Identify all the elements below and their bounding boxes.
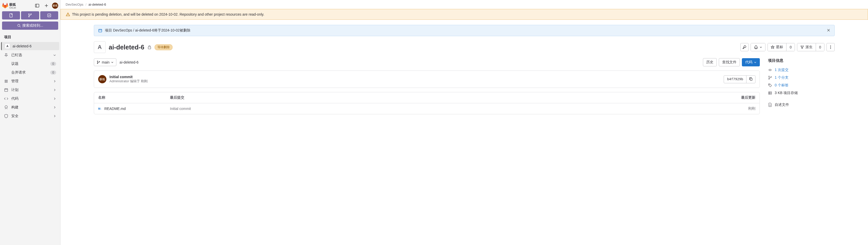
panel-icon bbox=[35, 4, 39, 8]
svg-point-31 bbox=[830, 48, 831, 49]
panel-toggle-button[interactable] bbox=[34, 2, 41, 9]
svg-rect-4 bbox=[10, 13, 12, 17]
pending-deletion-badge: 等待删除 bbox=[155, 44, 173, 50]
file-name: README.md bbox=[104, 106, 126, 111]
svg-point-33 bbox=[97, 63, 98, 64]
svg-rect-35 bbox=[750, 78, 752, 80]
chevron-right-icon bbox=[53, 106, 56, 109]
svg-point-8 bbox=[29, 17, 29, 17]
file-table: 名称 最后提交 最后更新 M↓README.md Initial commit … bbox=[94, 92, 760, 114]
find-file-button[interactable]: 查找文件 bbox=[719, 58, 740, 66]
commits-stat[interactable]: 1 次提交 bbox=[768, 66, 835, 74]
code-button[interactable]: 代码 bbox=[742, 58, 760, 66]
nav-build[interactable]: 构建 bbox=[0, 103, 60, 112]
svg-point-40 bbox=[769, 79, 770, 80]
commit-sha[interactable]: b4f7929b bbox=[724, 75, 746, 83]
nav-security[interactable]: 安全 bbox=[0, 112, 60, 120]
svg-point-45 bbox=[769, 92, 770, 93]
more-actions-button[interactable] bbox=[827, 43, 835, 51]
user-avatar[interactable]: 极狐 bbox=[52, 3, 58, 9]
sidebar-project-item[interactable]: A ai-deleted-6 bbox=[1, 42, 59, 50]
warning-icon bbox=[66, 12, 70, 17]
svg-rect-21 bbox=[99, 29, 102, 32]
search-icon bbox=[17, 24, 21, 27]
document-icon bbox=[768, 103, 772, 107]
nav-manage[interactable]: 管理 bbox=[0, 77, 60, 86]
search-box[interactable]: 搜索或转到... bbox=[2, 22, 58, 30]
svg-point-15 bbox=[5, 82, 6, 83]
notification-button[interactable] bbox=[751, 43, 766, 51]
wrench-icon bbox=[742, 45, 746, 49]
panel-title: 项目信息 bbox=[768, 58, 835, 63]
commit-meta: Administrator 编辑于 刚刚 bbox=[110, 79, 721, 84]
readme-link[interactable]: 自述文件 bbox=[768, 101, 835, 109]
close-banner-button[interactable] bbox=[827, 28, 830, 33]
svg-point-29 bbox=[830, 45, 831, 47]
svg-point-46 bbox=[769, 94, 770, 94]
fork-count[interactable]: 0 bbox=[816, 43, 824, 51]
commit-author-avatar[interactable]: 极狐 bbox=[98, 75, 106, 83]
star-icon bbox=[771, 45, 774, 49]
settings-button[interactable] bbox=[740, 43, 748, 51]
kebab-icon bbox=[829, 45, 833, 49]
logo[interactable]: 极狐GitLab bbox=[2, 2, 32, 9]
merge-action-button[interactable] bbox=[21, 11, 39, 20]
svg-point-34 bbox=[99, 61, 100, 62]
breadcrumb-separator: / bbox=[85, 3, 86, 6]
branch-selector[interactable]: main bbox=[94, 58, 116, 66]
approval-icon bbox=[47, 13, 51, 18]
project-header: A ai-deleted-6 等待删除 星标 0 派生 0 bbox=[94, 41, 835, 53]
chevron-down-icon bbox=[754, 61, 756, 64]
star-count[interactable]: 0 bbox=[786, 43, 795, 51]
plan-icon bbox=[4, 88, 8, 92]
commit-icon bbox=[768, 68, 772, 72]
star-button[interactable]: 星标 bbox=[768, 43, 786, 51]
tag-icon bbox=[768, 83, 772, 87]
history-button[interactable]: 历史 bbox=[703, 58, 717, 66]
nav-code[interactable]: 代码 bbox=[0, 94, 60, 103]
nav-plan[interactable]: 计划 bbox=[0, 86, 60, 94]
check-action-button[interactable] bbox=[40, 11, 58, 20]
commit-sha-group: b4f7929b bbox=[724, 75, 755, 83]
fork-button-group: 派生 0 bbox=[797, 43, 825, 51]
sidebar-header: 极狐GitLab 极狐 bbox=[0, 0, 60, 11]
nav-pinned[interactable]: 已钉选 bbox=[0, 51, 60, 59]
fork-button[interactable]: 派生 bbox=[797, 43, 816, 51]
merge-count-badge: 0 bbox=[50, 70, 56, 74]
chevron-right-icon bbox=[53, 115, 56, 118]
todo-action-button[interactable] bbox=[2, 11, 20, 20]
svg-point-7 bbox=[29, 14, 29, 14]
tags-stat[interactable]: 0 个标签 bbox=[768, 82, 835, 89]
file-toolbar: main ai-deleted-6 历史 查找文件 代码 bbox=[94, 58, 760, 66]
project-title: ai-deleted-6 bbox=[109, 43, 144, 51]
breadcrumb-group[interactable]: DevSecOps bbox=[66, 3, 83, 6]
repo-path[interactable]: ai-deleted-6 bbox=[120, 60, 138, 64]
copy-sha-button[interactable] bbox=[746, 75, 755, 83]
chevron-down-icon bbox=[111, 61, 114, 64]
svg-line-12 bbox=[20, 26, 21, 27]
markdown-file-icon: M↓ bbox=[98, 108, 102, 110]
svg-point-27 bbox=[803, 45, 803, 47]
pin-icon bbox=[4, 53, 8, 57]
chevron-down-icon bbox=[53, 54, 56, 57]
gitlab-logo-icon bbox=[2, 3, 8, 9]
svg-rect-25 bbox=[148, 47, 151, 49]
breadcrumb: DevSecOps / ai-deleted-6 bbox=[61, 0, 868, 9]
svg-point-14 bbox=[6, 80, 7, 81]
branch-icon bbox=[768, 75, 772, 80]
file-icon bbox=[9, 13, 13, 18]
storage-stat[interactable]: 3 KB 项目存储 bbox=[768, 89, 835, 97]
commit-title[interactable]: Initial commit bbox=[110, 75, 721, 79]
bell-icon bbox=[754, 45, 758, 49]
table-row[interactable]: M↓README.md Initial commit 刚刚 bbox=[94, 103, 760, 114]
svg-point-9 bbox=[31, 14, 32, 14]
sidebar-quick-actions bbox=[0, 11, 60, 22]
nav-issues[interactable]: 议题 0 bbox=[0, 59, 60, 68]
branches-stat[interactable]: 1 个分支 bbox=[768, 74, 835, 82]
project-info-panel: 项目信息 1 次提交 1 个分支 0 个标签 3 KB 项目存储 bbox=[768, 58, 835, 114]
svg-point-26 bbox=[801, 45, 802, 47]
nav-merge-requests[interactable]: 合并请求 0 bbox=[0, 68, 60, 77]
add-button[interactable] bbox=[43, 2, 50, 9]
svg-point-41 bbox=[771, 76, 772, 78]
sidebar: 极狐GitLab 极狐 搜索或转到... 项目 A ai-deleted-6 已… bbox=[0, 0, 61, 245]
